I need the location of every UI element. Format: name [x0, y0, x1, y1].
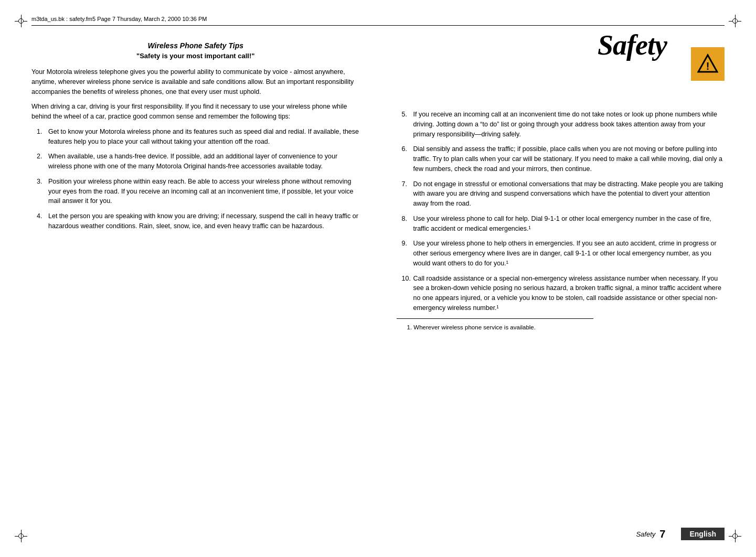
item-text: Call roadside assistance or a special no…	[413, 274, 725, 313]
item-text: Position your wireless phone within easy…	[48, 177, 360, 206]
left-numbered-list: 1. Get to know your Motorola wireless ph…	[37, 127, 360, 231]
right-column: 5. If you receive an incoming call at an…	[391, 41, 725, 331]
item-number: 3.	[37, 177, 48, 206]
intro-paragraph-1: Your Motorola wireless telephone gives y…	[31, 67, 360, 97]
left-column: Wireless Phone Safety Tips "Safety is yo…	[31, 41, 370, 331]
footnote: 1. Wherever wireless phone service is av…	[407, 323, 725, 331]
item-number: 10.	[402, 274, 413, 313]
item-number: 2.	[37, 152, 48, 172]
header-text: m3tda_us.bk : safety.fm5 Page 7 Thursday…	[31, 16, 207, 22]
right-col-content: 5. If you receive an incoming call at an…	[397, 110, 725, 331]
footnote-number: 1.	[407, 324, 412, 330]
item-text: Dial sensibly and assess the traffic; if…	[413, 144, 725, 174]
item-number: 7.	[402, 179, 413, 209]
item-number: 9.	[402, 239, 413, 268]
item-text: Use your wireless phone to help others i…	[413, 239, 725, 268]
crosshair-bottom-left	[15, 530, 27, 542]
right-numbered-list: 5. If you receive an incoming call at an…	[402, 110, 725, 313]
list-item: 1. Get to know your Motorola wireless ph…	[37, 127, 360, 147]
item-number: 6.	[402, 144, 413, 174]
section-title: Wireless Phone Safety Tips	[31, 41, 360, 50]
list-item: 6. Dial sensibly and assess the traffic;…	[402, 144, 725, 174]
item-text: If you receive an incoming call at an in…	[413, 110, 725, 139]
list-item: 2. When available, use a hands-free devi…	[37, 152, 360, 172]
crosshair-top-right	[729, 15, 741, 27]
item-number: 8.	[402, 214, 413, 234]
list-item: 3. Position your wireless phone within e…	[37, 177, 360, 206]
footnote-separator	[397, 318, 593, 319]
list-item: 4. Let the person you are speaking with …	[37, 211, 360, 231]
list-item: 8. Use your wireless phone to call for h…	[402, 214, 725, 234]
footer-page-number: 7	[659, 528, 665, 540]
item-text: Use your wireless phone to call for help…	[413, 214, 725, 234]
item-text: When available, use a hands-free device.…	[48, 152, 360, 172]
crosshair-bottom-right	[729, 530, 741, 542]
footer-language-badge: English	[681, 528, 725, 540]
footnote-text: Wherever wireless phone service is avail…	[413, 324, 536, 330]
item-number: 1.	[37, 127, 48, 147]
crosshair-top-left	[15, 15, 27, 27]
list-item: 7. Do not engage in stressful or emotion…	[402, 179, 725, 209]
main-content: Wireless Phone Safety Tips "Safety is yo…	[31, 41, 725, 331]
section-subtitle: "Safety is your most important call!"	[31, 52, 360, 60]
item-text: Let the person you are speaking with kno…	[48, 211, 360, 231]
list-item: 9. Use your wireless phone to help other…	[402, 239, 725, 268]
list-item: 10. Call roadside assistance or a specia…	[402, 274, 725, 313]
item-text: Do not engage in stressful or emotional …	[413, 179, 725, 209]
footer: Safety 7 English	[636, 528, 725, 540]
header-bar: m3tda_us.bk : safety.fm5 Page 7 Thursday…	[31, 16, 725, 26]
intro-paragraph-2: When driving a car, driving is your firs…	[31, 102, 360, 122]
item-number: 4.	[37, 211, 48, 231]
footer-safety-label: Safety	[636, 530, 655, 538]
item-text: Get to know your Motorola wireless phone…	[48, 127, 360, 147]
list-item: 5. If you receive an incoming call at an…	[402, 110, 725, 139]
item-number: 5.	[402, 110, 413, 139]
